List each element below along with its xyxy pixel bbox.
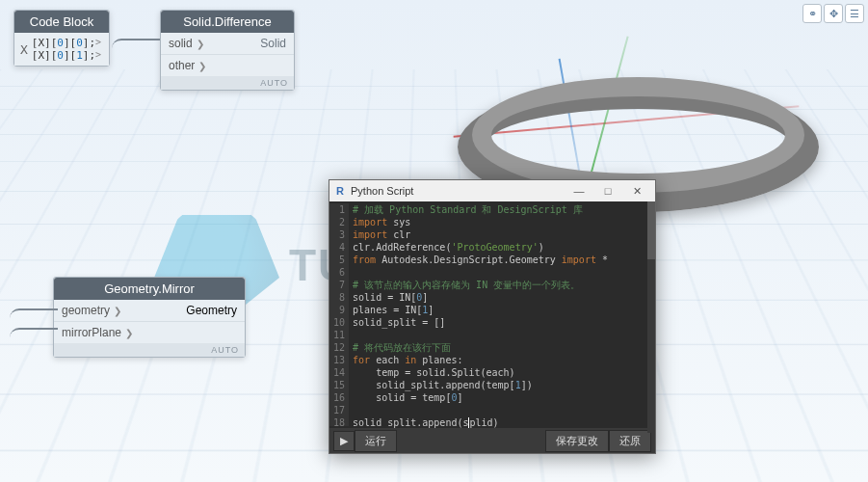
output-port-2[interactable]: > bbox=[95, 49, 101, 60]
maximize-button[interactable]: □ bbox=[593, 185, 622, 197]
python-script-window[interactable]: R Python Script — □ ✕ 1 2 3 4 5 6 7 8 9 … bbox=[329, 179, 656, 454]
input-port-other[interactable]: other ❯ bbox=[169, 59, 206, 72]
menu-button[interactable]: ☰ bbox=[845, 4, 864, 23]
node-header: Geometry.Mirror bbox=[54, 278, 245, 300]
output-port-1[interactable]: > bbox=[95, 37, 101, 47]
solid-ring-inner bbox=[472, 77, 804, 193]
node-solid-difference[interactable]: Solid.Difference solid ❯ Solid other ❯ A… bbox=[160, 10, 295, 91]
code-block-text: [X][0][0]; > [X][0][1]; > bbox=[32, 37, 101, 62]
editor-footer: ▶ 运行 保存更改 还原 bbox=[329, 428, 655, 453]
node-code-block[interactable]: Code Block X [X][0][0]; > [X][0][1]; > bbox=[13, 10, 110, 67]
link-views-button[interactable]: ⚭ bbox=[802, 4, 822, 23]
app-icon: R bbox=[333, 184, 347, 198]
chevron-right-icon: ❯ bbox=[114, 306, 121, 316]
code-content[interactable]: # 加载 Python Standard 和 DesignScript 库imp… bbox=[349, 203, 608, 426]
line-number-gutter: 1 2 3 4 5 6 7 8 9 10 11 12 13 14 15 16 1… bbox=[329, 203, 349, 426]
port-row-geometry: geometry ❯ Geometry bbox=[54, 300, 245, 322]
window-title: Python Script bbox=[351, 185, 565, 197]
scrollbar-thumb[interactable] bbox=[647, 201, 655, 259]
node-header: Code Block bbox=[14, 11, 109, 33]
minimize-button[interactable]: — bbox=[565, 185, 593, 197]
input-port-solid[interactable]: solid ❯ bbox=[169, 37, 204, 50]
node-header: Solid.Difference bbox=[161, 11, 294, 33]
node-lacing-mode[interactable]: AUTO bbox=[161, 76, 294, 90]
window-titlebar[interactable]: R Python Script — □ ✕ bbox=[329, 180, 655, 201]
viewport-toolbar: ⚭ ✥ ☰ bbox=[802, 4, 864, 23]
play-button[interactable]: ▶ bbox=[333, 431, 355, 451]
close-button[interactable]: ✕ bbox=[622, 185, 651, 198]
chevron-right-icon: ❯ bbox=[125, 328, 133, 338]
wire bbox=[112, 39, 160, 58]
pan-button[interactable]: ✥ bbox=[824, 4, 843, 23]
port-row-mirrorplane: mirrorPlane ❯ bbox=[54, 322, 245, 343]
save-changes-button[interactable]: 保存更改 bbox=[545, 430, 609, 452]
chevron-right-icon: ❯ bbox=[197, 39, 204, 49]
scrollbar[interactable] bbox=[647, 201, 655, 433]
input-port-mirrorplane[interactable]: mirrorPlane ❯ bbox=[62, 326, 133, 339]
run-button[interactable]: 运行 bbox=[355, 430, 397, 452]
node-lacing-mode[interactable]: AUTO bbox=[54, 343, 245, 357]
wire bbox=[10, 328, 58, 347]
port-row-solid: solid ❯ Solid bbox=[161, 33, 294, 55]
port-row-other: other ❯ bbox=[161, 55, 294, 76]
input-port-geometry[interactable]: geometry ❯ bbox=[62, 304, 121, 317]
chevron-right-icon: ❯ bbox=[198, 61, 206, 71]
code-block-body[interactable]: X [X][0][0]; > [X][0][1]; > bbox=[14, 33, 109, 66]
node-geometry-mirror[interactable]: Geometry.Mirror geometry ❯ Geometry mirr… bbox=[53, 277, 246, 358]
code-editor[interactable]: 1 2 3 4 5 6 7 8 9 10 11 12 13 14 15 16 1… bbox=[329, 201, 655, 428]
input-port-x[interactable]: X bbox=[20, 42, 28, 57]
revert-button[interactable]: 还原 bbox=[609, 430, 651, 452]
wire bbox=[10, 308, 58, 328]
output-port-geometry[interactable]: Geometry bbox=[186, 304, 237, 317]
output-port-solid[interactable]: Solid bbox=[260, 37, 286, 50]
